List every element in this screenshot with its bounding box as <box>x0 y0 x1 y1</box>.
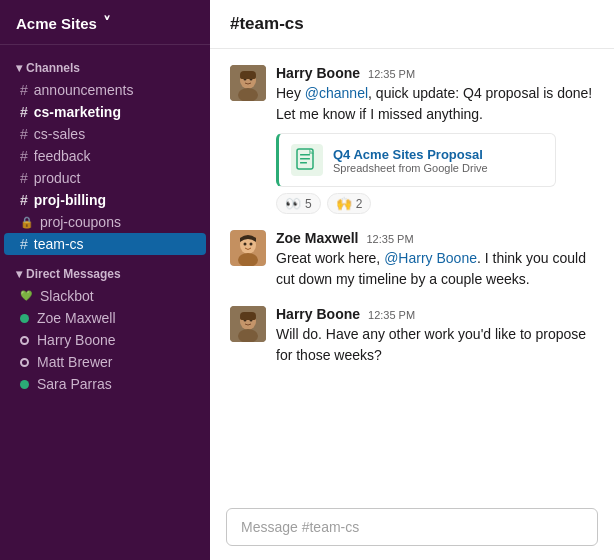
sidebar-item-feedback[interactable]: # feedback <box>4 145 206 167</box>
svg-rect-11 <box>300 162 307 164</box>
spreadsheet-icon <box>296 148 318 172</box>
hash-icon: # <box>20 170 28 186</box>
workspace-header[interactable]: Acme Sites ˅ <box>0 0 210 45</box>
message-2-text: Great work here, @Harry Boone. I think y… <box>276 248 594 290</box>
dm-item-label: Harry Boone <box>37 332 116 348</box>
hash-icon: # <box>20 104 28 120</box>
channel-header: #team-cs <box>210 0 614 49</box>
hash-icon: # <box>20 148 28 164</box>
channels-section-header[interactable]: ▾ Channels <box>0 61 210 79</box>
sidebar-item-product[interactable]: # product <box>4 167 206 189</box>
reaction-count: 2 <box>356 197 363 211</box>
sidebar-item-label: cs-sales <box>34 126 85 142</box>
dm-item-sara-parras[interactable]: Sara Parras <box>4 373 206 395</box>
zoe-avatar-svg <box>230 230 266 266</box>
message-1: Harry Boone 12:35 PM Hey @channel, quick… <box>230 65 594 214</box>
main-content: #team-cs Harry Boone <box>210 0 614 560</box>
dm-item-label: Matt Brewer <box>37 354 112 370</box>
message-3-text: Will do. Have any other work you'd like … <box>276 324 594 366</box>
attachment-info: Q4 Acme Sites Proposal Spreadsheet from … <box>333 147 543 174</box>
sidebar-item-label: product <box>34 170 81 186</box>
svg-rect-10 <box>300 158 310 160</box>
dm-item-label: Sara Parras <box>37 376 112 392</box>
svg-point-14 <box>244 243 247 246</box>
file-attachment[interactable]: Q4 Acme Sites Proposal Spreadsheet from … <box>276 133 556 187</box>
message-3: Harry Boone 12:35 PM Will do. Have any o… <box>230 306 594 366</box>
sender-name: Zoe Maxwell <box>276 230 358 246</box>
svg-rect-9 <box>300 154 310 156</box>
svg-rect-6 <box>240 75 256 79</box>
hash-icon: # <box>20 236 28 252</box>
sidebar-item-label: cs-marketing <box>34 104 121 120</box>
sidebar: Acme Sites ˅ ▾ Channels # announcements … <box>0 0 210 560</box>
offline-status-icon <box>20 358 29 367</box>
slackbot-status-icon: 💚 <box>20 291 32 301</box>
sidebar-item-label: proj-coupons <box>40 214 121 230</box>
dm-item-label: Zoe Maxwell <box>37 310 116 326</box>
harry-avatar-svg-2 <box>230 306 266 342</box>
attachment-name: Q4 Acme Sites Proposal <box>333 147 543 162</box>
dm-item-zoe-maxwell[interactable]: Zoe Maxwell <box>4 307 206 329</box>
dm-section: ▾ Direct Messages 💚 Slackbot Zoe Maxwell… <box>0 259 210 399</box>
message-1-text: Hey @channel, quick update: Q4 proposal … <box>276 83 594 125</box>
avatar-harry-2 <box>230 306 266 342</box>
reaction-raised-hands[interactable]: 🙌 2 <box>327 193 372 214</box>
message-2: Zoe Maxwell 12:35 PM Great work here, @H… <box>230 230 594 290</box>
hash-icon: # <box>20 82 28 98</box>
sidebar-item-proj-coupons[interactable]: 🔒 proj-coupons <box>4 211 206 233</box>
sidebar-item-proj-billing[interactable]: # proj-billing <box>4 189 206 211</box>
attachment-sub: Spreadsheet from Google Drive <box>333 162 543 174</box>
message-time: 12:35 PM <box>368 309 415 321</box>
message-time: 12:35 PM <box>366 233 413 245</box>
sidebar-item-announcements[interactable]: # announcements <box>4 79 206 101</box>
sidebar-item-cs-sales[interactable]: # cs-sales <box>4 123 206 145</box>
channels-section: ▾ Channels # announcements # cs-marketin… <box>0 45 210 259</box>
dm-section-header[interactable]: ▾ Direct Messages <box>0 267 210 285</box>
sidebar-item-team-cs[interactable]: # team-cs <box>4 233 206 255</box>
lock-icon: 🔒 <box>20 216 34 229</box>
channel-title: #team-cs <box>230 14 304 33</box>
online-status-icon <box>20 314 29 323</box>
message-2-content: Zoe Maxwell 12:35 PM Great work here, @H… <box>276 230 594 290</box>
svg-rect-23 <box>240 316 256 320</box>
sidebar-item-cs-marketing[interactable]: # cs-marketing <box>4 101 206 123</box>
message-time: 12:35 PM <box>368 68 415 80</box>
offline-status-icon <box>20 336 29 345</box>
sidebar-item-label: proj-billing <box>34 192 106 208</box>
user-mention[interactable]: @Harry Boone <box>384 250 477 266</box>
eyes-emoji: 👀 <box>285 196 301 211</box>
hash-icon: # <box>20 126 28 142</box>
dm-arrow: ▾ <box>16 267 22 281</box>
sender-name: Harry Boone <box>276 306 360 322</box>
avatar-zoe <box>230 230 266 266</box>
avatar-harry-1 <box>230 65 266 101</box>
svg-point-15 <box>250 243 253 246</box>
workspace-name: Acme Sites <box>16 15 97 32</box>
harry-avatar-svg <box>230 65 266 101</box>
reaction-eyes[interactable]: 👀 5 <box>276 193 321 214</box>
hands-emoji: 🙌 <box>336 196 352 211</box>
dm-label: Direct Messages <box>26 267 121 281</box>
sender-name: Harry Boone <box>276 65 360 81</box>
messages-list: Harry Boone 12:35 PM Hey @channel, quick… <box>210 49 614 498</box>
message-1-content: Harry Boone 12:35 PM Hey @channel, quick… <box>276 65 594 214</box>
sidebar-item-label: announcements <box>34 82 134 98</box>
channel-mention[interactable]: @channel <box>305 85 368 101</box>
message-3-content: Harry Boone 12:35 PM Will do. Have any o… <box>276 306 594 366</box>
attachment-icon <box>291 144 323 176</box>
reaction-count: 5 <box>305 197 312 211</box>
dm-item-label: Slackbot <box>40 288 94 304</box>
online-status-icon <box>20 380 29 389</box>
workspace-chevron: ˅ <box>103 14 111 32</box>
sidebar-item-label: feedback <box>34 148 91 164</box>
message-input[interactable] <box>226 508 598 546</box>
dm-item-slackbot[interactable]: 💚 Slackbot <box>4 285 206 307</box>
dm-item-matt-brewer[interactable]: Matt Brewer <box>4 351 206 373</box>
message-2-header: Zoe Maxwell 12:35 PM <box>276 230 594 246</box>
message-1-header: Harry Boone 12:35 PM <box>276 65 594 81</box>
message-input-area <box>210 498 614 560</box>
channels-label: Channels <box>26 61 80 75</box>
dm-item-harry-boone[interactable]: Harry Boone <box>4 329 206 351</box>
hash-icon: # <box>20 192 28 208</box>
channels-arrow: ▾ <box>16 61 22 75</box>
